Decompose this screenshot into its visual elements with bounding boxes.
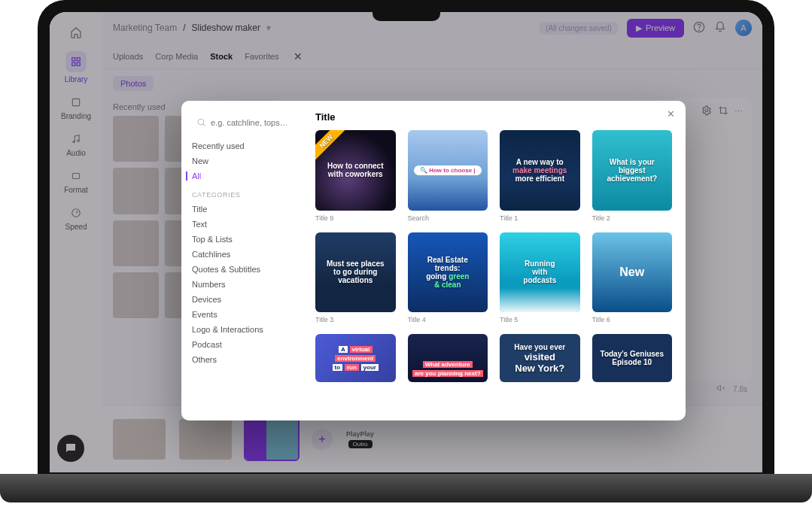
- template-card-geniuses[interactable]: Today's Geniuses Episode 10: [592, 334, 673, 382]
- card-label: Title 6: [592, 316, 673, 323]
- category-title[interactable]: Title: [192, 205, 291, 214]
- card-label: Title 4: [408, 316, 488, 323]
- template-card-title4[interactable]: Real Estate trends: going green & clean …: [408, 232, 488, 324]
- filter-new[interactable]: New: [192, 156, 291, 165]
- template-card-virtual[interactable]: A virtual environment to run your: [315, 334, 396, 382]
- modal-search[interactable]: [192, 111, 291, 134]
- card-label: Title 3: [315, 316, 396, 323]
- card-label: Title 5: [500, 316, 580, 323]
- search-input[interactable]: [211, 118, 287, 127]
- template-card-title2[interactable]: What is your biggest achievement? Title …: [592, 130, 673, 222]
- template-card-title6[interactable]: New Title 6: [592, 232, 673, 324]
- category-text[interactable]: Text: [192, 220, 291, 229]
- template-grid: NEW How to connect with coworkers Title …: [315, 130, 672, 382]
- filter-all[interactable]: All: [186, 172, 291, 181]
- category-numbers[interactable]: Numbers: [192, 280, 291, 289]
- template-card-title3[interactable]: Must see places to go during vacations T…: [315, 232, 396, 324]
- card-text: New: [619, 266, 644, 279]
- template-card-title1[interactable]: A new way to make meetings more efficien…: [500, 130, 580, 222]
- template-card-newyork[interactable]: Have you ever visited New York?: [500, 334, 580, 382]
- filter-recently-used[interactable]: Recently used: [192, 141, 291, 150]
- category-logo[interactable]: Logo & Interactions: [192, 325, 291, 334]
- laptop-base: [0, 474, 812, 502]
- template-modal: Recently used New All CATEGORIES Title T…: [181, 101, 686, 420]
- category-top-lists[interactable]: Top & Lists: [192, 235, 291, 244]
- template-card-search[interactable]: 🔍 How to choose | Search: [408, 130, 488, 222]
- modal-main: ✕ Title NEW How to connect with coworker…: [302, 101, 686, 420]
- category-podcast[interactable]: Podcast: [192, 340, 291, 349]
- modal-close-button[interactable]: ✕: [667, 108, 675, 120]
- card-label: Title 2: [592, 214, 673, 222]
- card-label: Title 9: [315, 214, 396, 222]
- card-pill: 🔍 How to choose |: [414, 165, 482, 175]
- template-card-title5[interactable]: Running with podcasts Title 5: [500, 232, 580, 324]
- search-icon: [196, 117, 206, 129]
- category-devices[interactable]: Devices: [192, 295, 291, 304]
- new-badge: NEW: [315, 130, 347, 162]
- modal-sidebar: Recently used New All CATEGORIES Title T…: [181, 101, 302, 420]
- card-text: How to connect with coworkers: [320, 162, 391, 178]
- template-card-adventure[interactable]: What adventure are you planning next?: [408, 334, 488, 382]
- card-label: Title 1: [500, 214, 580, 222]
- card-label: Search: [408, 214, 488, 222]
- category-catchlines[interactable]: Catchlines: [192, 250, 291, 259]
- template-card-title9[interactable]: NEW How to connect with coworkers Title …: [315, 130, 396, 222]
- category-events[interactable]: Events: [192, 310, 291, 319]
- categories-heading: CATEGORIES: [192, 191, 291, 199]
- svg-point-12: [198, 119, 204, 125]
- category-quotes[interactable]: Quotes & Subtitles: [192, 265, 291, 274]
- modal-title: Title: [315, 111, 672, 123]
- category-others[interactable]: Others: [192, 355, 291, 364]
